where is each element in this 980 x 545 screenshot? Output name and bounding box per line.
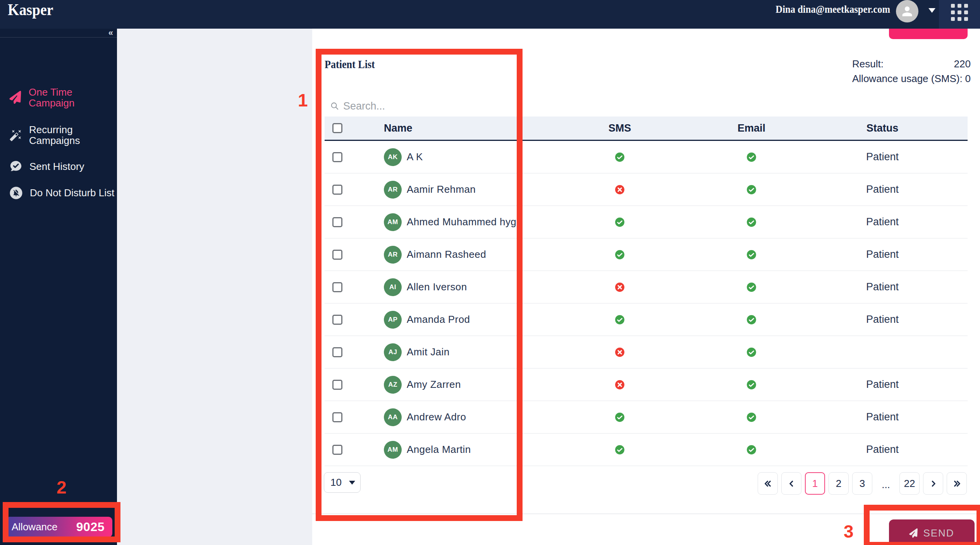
- avatar: AP: [384, 311, 402, 329]
- row-checkbox[interactable]: [332, 217, 342, 227]
- table-row[interactable]: AMAhmed Muhammed hygPatient: [325, 206, 968, 238]
- pagination: 123...22: [758, 472, 967, 495]
- user-email-label: Dina dina@meetkasper.com: [775, 3, 890, 15]
- email-cell: [678, 445, 825, 455]
- avatar: AR: [384, 181, 402, 199]
- row-checkbox[interactable]: [332, 282, 342, 292]
- chat-check-icon: [9, 160, 22, 173]
- sms-cell: [562, 217, 678, 227]
- avatar: AR: [384, 246, 402, 264]
- send-button[interactable]: SEND: [889, 519, 975, 545]
- patient-status: Patient: [825, 314, 940, 326]
- pagination-last-button[interactable]: [947, 472, 967, 495]
- chevron-left-icon: [787, 479, 796, 488]
- pagination-prev-button[interactable]: [781, 472, 801, 495]
- email-cell: [678, 380, 825, 390]
- table-header-row: Name SMS Email Status: [325, 117, 968, 141]
- user-avatar[interactable]: [896, 0, 918, 22]
- avatar: AZ: [384, 376, 402, 394]
- pagination-page-22[interactable]: 22: [899, 472, 920, 495]
- table-row[interactable]: APAmanda ProdPatient: [325, 303, 968, 336]
- pagination-page-2[interactable]: 2: [829, 472, 849, 495]
- name-cell: APAmanda Prod: [383, 311, 562, 329]
- email-cell: [678, 217, 825, 227]
- row-checkbox[interactable]: [332, 445, 342, 455]
- search-input[interactable]: [343, 100, 560, 112]
- avatar: AM: [384, 441, 402, 459]
- email-cell: [678, 412, 825, 422]
- sidebar-collapse-row: «: [0, 29, 117, 38]
- sms-cell: [562, 185, 678, 195]
- grid-dot: [951, 4, 955, 8]
- table-row[interactable]: AIAllen IversonPatient: [325, 271, 968, 303]
- search-icon: [330, 102, 339, 110]
- avatar: AI: [384, 278, 402, 296]
- campaign-canvas: [117, 29, 312, 545]
- select-all-checkbox[interactable]: [332, 123, 342, 133]
- checkbox-cell: [325, 412, 383, 422]
- sms-cell: [562, 445, 678, 455]
- sidebar-item-one-time-campaign[interactable]: One Time Campaign: [9, 86, 114, 109]
- patient-name: Allen Iverson: [407, 281, 467, 293]
- email-cell: [678, 152, 825, 162]
- column-header-email: Email: [678, 122, 825, 134]
- grid-dot: [958, 4, 961, 8]
- grid-dot: [958, 10, 961, 14]
- pagination-page-1[interactable]: 1: [805, 472, 825, 495]
- email-allowed-icon: [746, 152, 756, 162]
- pagination-first-button[interactable]: [758, 472, 778, 495]
- email-allowed-icon: [746, 380, 756, 390]
- table-row[interactable]: ARAamir RehmanPatient: [325, 173, 968, 206]
- column-header-status: Status: [825, 122, 940, 134]
- checkbox-cell: [325, 315, 383, 325]
- table-row[interactable]: AMAngela MartinPatient: [325, 434, 968, 466]
- patient-status: Patient: [825, 411, 940, 423]
- summary-row: Result: 220: [852, 57, 971, 71]
- email-cell: [678, 185, 825, 195]
- sidebar-item-do-not-disturb-list[interactable]: Do Not Disturb List: [9, 183, 114, 203]
- rows-per-page-select[interactable]: 10: [324, 472, 361, 493]
- email-allowed-icon: [746, 445, 756, 455]
- table-row[interactable]: AZAmy ZarrenPatient: [325, 368, 968, 401]
- chevron-right-icon: [928, 479, 938, 488]
- row-checkbox[interactable]: [332, 185, 342, 195]
- row-checkbox[interactable]: [332, 152, 342, 162]
- row-checkbox[interactable]: [332, 412, 342, 422]
- row-checkbox[interactable]: [332, 315, 342, 325]
- apps-menu-button[interactable]: [939, 0, 980, 29]
- sidebar-item-sent-history[interactable]: Sent History: [9, 156, 114, 177]
- collapse-sidebar-icon[interactable]: «: [108, 29, 113, 37]
- name-cell: AJAmit Jain: [383, 343, 562, 361]
- result-label: Result:: [852, 58, 884, 70]
- patient-name: Aamir Rehman: [407, 183, 476, 195]
- table-row[interactable]: AJAmit Jain: [325, 336, 968, 368]
- user-menu-caret-icon[interactable]: [928, 8, 935, 13]
- allowance-label: Allowance: [12, 521, 58, 533]
- patient-name: Andrew Adro: [407, 411, 466, 423]
- checkbox-cell: [325, 185, 383, 195]
- sidebar-item-recurring-campaigns[interactable]: Recurring Campaigns: [9, 123, 114, 147]
- app-logo: Kasper: [8, 0, 53, 19]
- sms-allowed-icon: [615, 250, 625, 260]
- table-row[interactable]: ARAimann RasheedPatient: [325, 238, 968, 271]
- checkbox-cell: [325, 217, 383, 227]
- patient-status: Patient: [825, 379, 940, 391]
- apps-grid-icon: [951, 4, 968, 21]
- pagination-next-button[interactable]: [923, 472, 943, 495]
- checkbox-cell: [325, 152, 383, 162]
- page-title: Patient List: [325, 58, 375, 70]
- name-cell: AMAngela Martin: [383, 441, 562, 459]
- pagination-page-3[interactable]: 3: [852, 472, 872, 495]
- row-checkbox[interactable]: [332, 380, 342, 390]
- patient-status: Patient: [825, 281, 940, 293]
- sidebar-item-label: One Time Campaign: [29, 87, 111, 108]
- column-header-sms: SMS: [562, 122, 678, 134]
- row-checkbox[interactable]: [332, 250, 342, 260]
- table-row[interactable]: AAAndrew AdroPatient: [325, 401, 968, 434]
- sidebar: « One Time Campaign Recurring Campaigns …: [0, 29, 117, 545]
- grid-dot: [958, 17, 961, 21]
- patient-status: Patient: [825, 151, 940, 163]
- table-row[interactable]: AKA KPatient: [325, 141, 968, 173]
- patient-table: Name SMS Email Status AKA KPatientARAami…: [325, 117, 968, 466]
- row-checkbox[interactable]: [332, 347, 342, 357]
